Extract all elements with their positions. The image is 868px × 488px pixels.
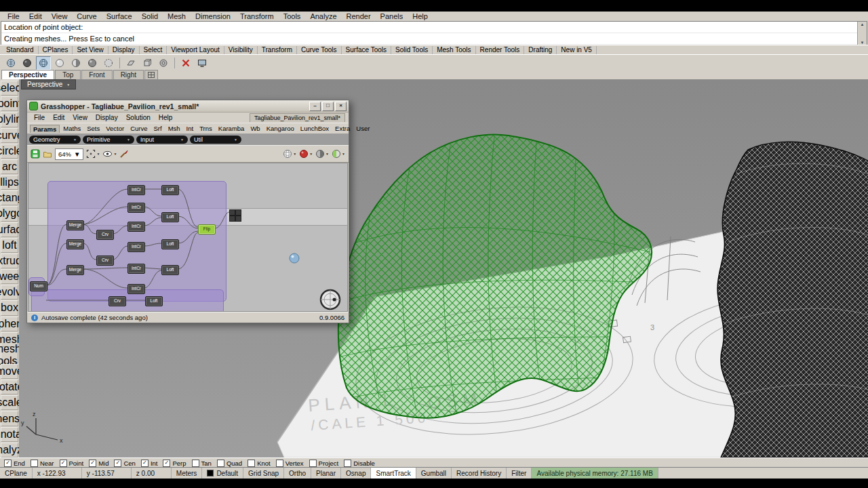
open-file-icon[interactable] [43,149,52,159]
toolbar-tab[interactable]: Surface Tools [342,46,391,54]
menu-item[interactable]: File [3,12,24,20]
viewport-tab[interactable]: Top [55,70,81,79]
grasshopper-component-tab[interactable]: Trns [197,125,215,132]
gh-node[interactable]: Loft [145,296,163,306]
paint-brush-icon[interactable] [119,149,129,159]
menu-item[interactable]: Analyze [305,12,341,20]
toolbar-tab[interactable]: Drafting [524,46,557,54]
checkbox-icon[interactable] [89,460,96,467]
status-toggle[interactable]: Record History [452,468,507,479]
menu-item[interactable]: Transform [235,12,279,20]
grasshopper-component-tab[interactable]: Msh [165,125,183,132]
grasshopper-component-tab[interactable]: Maths [60,125,83,132]
status-toggle[interactable]: SmartTrack [371,468,416,479]
grasshopper-titlebar[interactable]: Grasshopper - Tagliabue_Pavilion_rev1_sm… [27,100,349,113]
gh-node[interactable]: Num [30,281,47,291]
toolbar-tab[interactable]: CPlanes [39,46,73,54]
grasshopper-component-tab[interactable]: Params [30,125,60,133]
grasshopper-component-tab[interactable]: Extra [332,125,353,132]
shaded-preview-icon[interactable]: ▼ [315,149,329,159]
tool-icon[interactable]: mesh-tools [1,348,18,363]
grasshopper-component-tab[interactable]: Karamba [216,125,248,132]
tool-icon[interactable]: revolve [1,285,18,300]
zoom-select[interactable]: 64% ▼ [55,148,83,160]
checkbox-icon[interactable] [31,460,38,467]
grasshopper-component-tab[interactable]: Srf [151,125,165,132]
wireframe-viewport-icon[interactable] [36,56,51,70]
osnap-option[interactable]: Project [309,460,339,467]
tool-icon[interactable]: extrude [1,253,18,268]
gh-node[interactable]: IntCr [127,284,145,294]
toolbar-tab[interactable]: Display [108,46,140,54]
tool-icon[interactable]: arc [1,159,18,174]
toolbar-tab[interactable]: Select [140,46,167,54]
minimize-button[interactable]: – [309,102,321,111]
checkbox-icon[interactable] [192,460,199,467]
checkbox-icon[interactable] [60,460,67,467]
tool-icon[interactable]: select [1,81,18,96]
osnap-option[interactable]: Perp [163,460,186,467]
tool-icon[interactable]: circle [1,144,18,159]
grasshopper-menu-item[interactable]: Display [92,114,122,121]
osnap-option[interactable]: Cen [114,460,135,467]
xray-viewport-icon[interactable] [68,56,83,70]
tool-icon[interactable]: dimension [1,411,18,426]
toolbar-tab[interactable]: Transform [258,46,297,54]
osnap-option[interactable]: Point [60,460,84,467]
grasshopper-document-tab[interactable]: Tagliabue_Pavilion_rev1_small* [250,113,345,122]
mini-component[interactable] [235,209,241,216]
command-prompt-line[interactable]: Creating meshes... Press Esc to cancel [1,33,867,45]
menu-item[interactable]: Render [342,12,376,20]
ghosted-viewport-icon[interactable] [52,56,67,70]
toolbar-tab[interactable]: Visibility [224,46,258,54]
osnap-option[interactable]: Disable [344,460,375,467]
tool-icon[interactable]: polyline [1,112,18,127]
custom-preview-icon[interactable]: ▼ [332,149,345,159]
gh-node[interactable]: Merge [66,220,84,230]
toolbar-tab[interactable]: Viewport Layout [167,46,224,54]
gh-node[interactable]: Loft [161,212,179,222]
osnap-option[interactable]: Mid [89,460,108,467]
technical-viewport-icon[interactable] [101,56,116,70]
osnap-option[interactable]: Quad [217,460,242,467]
menu-item[interactable]: Help [408,12,433,20]
tool-icon[interactable]: sphere [1,317,18,331]
osnap-option[interactable]: Knot [248,460,271,467]
command-area[interactable]: Location of point object: Creating meshe… [1,21,867,46]
tool-icon[interactable]: scale [1,395,18,410]
gh-node[interactable]: Crv [96,256,114,266]
gh-node[interactable]: Merge [66,239,84,249]
grasshopper-window[interactable]: Grasshopper - Tagliabue_Pavilion_rev1_sm… [26,100,349,323]
black-mesh-model[interactable] [717,142,868,458]
screen-capture-icon[interactable] [195,56,210,70]
viewport-tab[interactable]: Front [81,70,112,79]
zoom-window-icon[interactable]: ▼ [86,149,100,159]
grasshopper-component-tab[interactable]: LunchBox [298,125,332,132]
gh-node[interactable]: IntCr [127,185,145,195]
toolbar-tab[interactable]: Curve Tools [297,46,342,54]
close-button[interactable]: × [335,102,347,111]
toolbar-tab[interactable]: Set View [73,46,108,54]
viewport-tab[interactable]: Perspective [1,70,54,79]
checkbox-icon[interactable] [163,460,170,467]
status-toggle[interactable]: Grid Snap [243,468,284,479]
toolbar-tab[interactable]: Solid Tools [391,46,433,54]
shaded-viewport-icon[interactable] [20,56,35,70]
viewport-title-tab[interactable]: Perspective ▼ [21,79,76,89]
osnap-option[interactable]: Int [141,460,158,467]
save-icon[interactable] [31,149,40,159]
toolbar-tab[interactable]: Standard [2,46,39,54]
menu-item[interactable]: Mesh [163,12,191,20]
wireframe-preview-icon[interactable]: ▼ [283,149,296,159]
menu-item[interactable]: Dimension [191,12,235,20]
mini-component[interactable] [229,209,235,216]
toolbar-tab[interactable]: Render Tools [476,46,525,54]
restore-button[interactable]: □ [322,102,334,111]
status-toggle[interactable]: Planar [311,468,341,479]
grasshopper-component-tab[interactable]: User [353,125,372,132]
tool-icon[interactable]: ellipse [1,175,18,190]
grasshopper-component-tab[interactable]: Wb [248,125,262,132]
gh-node[interactable]: Crv [96,230,114,240]
tool-icon[interactable]: polygon [1,206,18,221]
grasshopper-menu-item[interactable]: Solution [122,114,155,121]
